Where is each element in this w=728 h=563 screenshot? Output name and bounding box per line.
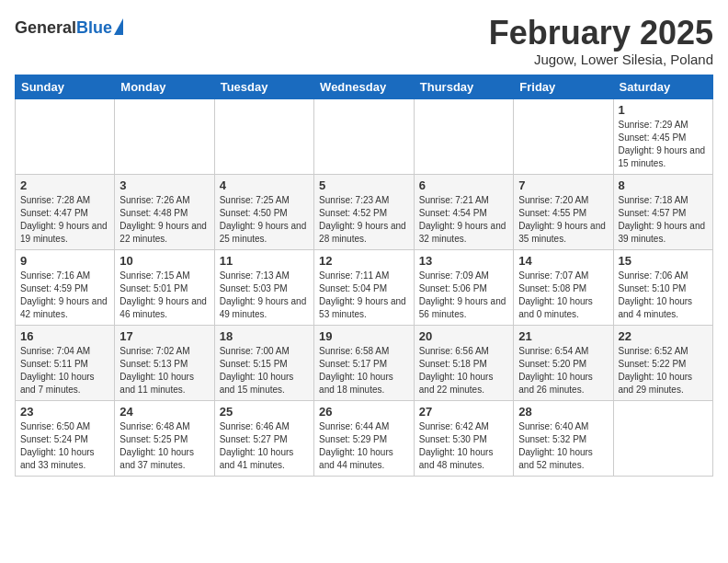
calendar-table: SundayMondayTuesdayWednesdayThursdayFrid… [15, 75, 713, 477]
calendar-header-thursday: Thursday [414, 75, 513, 98]
day-info: Sunrise: 6:56 AM Sunset: 5:18 PM Dayligh… [419, 345, 508, 396]
day-info: Sunrise: 6:48 AM Sunset: 5:25 PM Dayligh… [119, 420, 209, 472]
calendar-cell: 8Sunrise: 7:18 AM Sunset: 4:57 PM Daylig… [613, 174, 713, 249]
calendar-header-row: SundayMondayTuesdayWednesdayThursdayFrid… [16, 75, 713, 98]
day-info: Sunrise: 7:29 AM Sunset: 4:45 PM Dayligh… [619, 119, 709, 170]
calendar-cell: 25Sunrise: 6:46 AM Sunset: 5:27 PM Dayli… [214, 400, 313, 476]
day-info: Sunrise: 6:54 AM Sunset: 5:20 PM Dayligh… [518, 345, 608, 396]
day-info: Sunrise: 7:02 AM Sunset: 5:13 PM Dayligh… [119, 345, 209, 396]
calendar-cell: 23Sunrise: 6:50 AM Sunset: 5:24 PM Dayli… [16, 400, 115, 476]
day-info: Sunrise: 7:04 AM Sunset: 5:11 PM Dayligh… [20, 345, 109, 396]
calendar-cell: 4Sunrise: 7:25 AM Sunset: 4:50 PM Daylig… [214, 174, 313, 249]
day-info: Sunrise: 7:06 AM Sunset: 5:10 PM Dayligh… [619, 270, 709, 321]
day-number: 14 [518, 254, 608, 268]
day-number: 24 [119, 405, 209, 419]
calendar-cell: 11Sunrise: 7:13 AM Sunset: 5:03 PM Dayli… [214, 249, 313, 325]
day-number: 5 [319, 178, 409, 192]
page-header: GeneralBlue February 2025 Jugow, Lower S… [15, 15, 713, 67]
calendar-cell: 15Sunrise: 7:06 AM Sunset: 5:10 PM Dayli… [613, 249, 713, 325]
day-info: Sunrise: 7:09 AM Sunset: 5:06 PM Dayligh… [419, 270, 508, 321]
calendar-cell [314, 98, 415, 174]
calendar-cell: 18Sunrise: 7:00 AM Sunset: 5:15 PM Dayli… [214, 325, 313, 400]
calendar-cell: 24Sunrise: 6:48 AM Sunset: 5:25 PM Dayli… [115, 400, 214, 476]
day-info: Sunrise: 6:46 AM Sunset: 5:27 PM Dayligh… [220, 420, 309, 472]
day-number: 6 [419, 178, 508, 192]
day-number: 23 [20, 405, 109, 419]
calendar-cell: 27Sunrise: 6:42 AM Sunset: 5:30 PM Dayli… [414, 400, 513, 476]
calendar-cell [214, 98, 313, 174]
day-info: Sunrise: 7:18 AM Sunset: 4:57 PM Dayligh… [619, 194, 709, 246]
day-number: 7 [518, 178, 608, 192]
day-number: 1 [619, 103, 709, 117]
calendar-week-row: 23Sunrise: 6:50 AM Sunset: 5:24 PM Dayli… [16, 400, 713, 476]
logo-blue-text: Blue [76, 18, 112, 37]
calendar-cell: 20Sunrise: 6:56 AM Sunset: 5:18 PM Dayli… [414, 325, 513, 400]
day-info: Sunrise: 7:07 AM Sunset: 5:08 PM Dayligh… [518, 270, 608, 321]
calendar-cell: 28Sunrise: 6:40 AM Sunset: 5:32 PM Dayli… [514, 400, 613, 476]
calendar-cell: 22Sunrise: 6:52 AM Sunset: 5:22 PM Dayli… [613, 325, 713, 400]
day-info: Sunrise: 7:15 AM Sunset: 5:01 PM Dayligh… [119, 270, 209, 321]
day-info: Sunrise: 7:00 AM Sunset: 5:15 PM Dayligh… [220, 345, 309, 396]
logo-triangle-icon [114, 18, 123, 35]
day-info: Sunrise: 6:58 AM Sunset: 5:17 PM Dayligh… [319, 345, 409, 396]
calendar-cell: 21Sunrise: 6:54 AM Sunset: 5:20 PM Dayli… [514, 325, 613, 400]
calendar-cell: 12Sunrise: 7:11 AM Sunset: 5:04 PM Dayli… [314, 249, 415, 325]
calendar-cell: 1Sunrise: 7:29 AM Sunset: 4:45 PM Daylig… [613, 98, 713, 174]
calendar-cell: 7Sunrise: 7:20 AM Sunset: 4:55 PM Daylig… [514, 174, 613, 249]
day-number: 13 [419, 254, 508, 268]
day-number: 19 [319, 329, 409, 343]
day-number: 28 [518, 405, 608, 419]
calendar-week-row: 2Sunrise: 7:28 AM Sunset: 4:47 PM Daylig… [16, 174, 713, 249]
calendar-week-row: 16Sunrise: 7:04 AM Sunset: 5:11 PM Dayli… [16, 325, 713, 400]
day-number: 25 [220, 405, 309, 419]
day-number: 12 [319, 254, 409, 268]
calendar-cell [613, 400, 713, 476]
day-info: Sunrise: 6:44 AM Sunset: 5:29 PM Dayligh… [319, 420, 409, 472]
calendar-header-friday: Friday [514, 75, 613, 98]
calendar-cell: 5Sunrise: 7:23 AM Sunset: 4:52 PM Daylig… [314, 174, 415, 249]
month-title: February 2025 [489, 15, 713, 52]
calendar-cell: 3Sunrise: 7:26 AM Sunset: 4:48 PM Daylig… [115, 174, 214, 249]
day-number: 26 [319, 405, 409, 419]
day-number: 10 [119, 254, 209, 268]
calendar-cell [115, 98, 214, 174]
day-info: Sunrise: 7:26 AM Sunset: 4:48 PM Dayligh… [119, 194, 209, 246]
day-number: 11 [220, 254, 309, 268]
calendar-cell [16, 98, 115, 174]
day-info: Sunrise: 7:16 AM Sunset: 4:59 PM Dayligh… [20, 270, 109, 321]
day-number: 17 [119, 329, 209, 343]
day-number: 3 [119, 178, 209, 192]
calendar-header-saturday: Saturday [613, 75, 713, 98]
day-number: 2 [20, 178, 109, 192]
calendar-header-monday: Monday [115, 75, 214, 98]
logo: GeneralBlue [15, 18, 123, 36]
day-number: 20 [419, 329, 508, 343]
day-info: Sunrise: 7:21 AM Sunset: 4:54 PM Dayligh… [419, 194, 508, 246]
day-info: Sunrise: 7:13 AM Sunset: 5:03 PM Dayligh… [220, 270, 309, 321]
day-number: 22 [619, 329, 709, 343]
calendar-header-tuesday: Tuesday [214, 75, 313, 98]
day-info: Sunrise: 6:42 AM Sunset: 5:30 PM Dayligh… [419, 420, 508, 472]
day-info: Sunrise: 7:28 AM Sunset: 4:47 PM Dayligh… [20, 194, 109, 246]
calendar-week-row: 9Sunrise: 7:16 AM Sunset: 4:59 PM Daylig… [16, 249, 713, 325]
day-number: 9 [20, 254, 109, 268]
day-info: Sunrise: 7:11 AM Sunset: 5:04 PM Dayligh… [319, 270, 409, 321]
location-text: Jugow, Lower Silesia, Poland [489, 52, 713, 67]
day-info: Sunrise: 7:20 AM Sunset: 4:55 PM Dayligh… [518, 194, 608, 246]
title-block: February 2025 Jugow, Lower Silesia, Pola… [489, 15, 713, 67]
day-info: Sunrise: 7:23 AM Sunset: 4:52 PM Dayligh… [319, 194, 409, 246]
day-info: Sunrise: 6:40 AM Sunset: 5:32 PM Dayligh… [518, 420, 608, 472]
calendar-cell: 26Sunrise: 6:44 AM Sunset: 5:29 PM Dayli… [314, 400, 415, 476]
calendar-cell: 14Sunrise: 7:07 AM Sunset: 5:08 PM Dayli… [514, 249, 613, 325]
calendar-cell [514, 98, 613, 174]
day-info: Sunrise: 6:52 AM Sunset: 5:22 PM Dayligh… [619, 345, 709, 396]
calendar-cell: 16Sunrise: 7:04 AM Sunset: 5:11 PM Dayli… [16, 325, 115, 400]
calendar-cell [414, 98, 513, 174]
calendar-header-wednesday: Wednesday [314, 75, 415, 98]
calendar-cell: 6Sunrise: 7:21 AM Sunset: 4:54 PM Daylig… [414, 174, 513, 249]
day-number: 16 [20, 329, 109, 343]
day-number: 27 [419, 405, 508, 419]
day-number: 4 [220, 178, 309, 192]
calendar-cell: 9Sunrise: 7:16 AM Sunset: 4:59 PM Daylig… [16, 249, 115, 325]
calendar-cell: 13Sunrise: 7:09 AM Sunset: 5:06 PM Dayli… [414, 249, 513, 325]
